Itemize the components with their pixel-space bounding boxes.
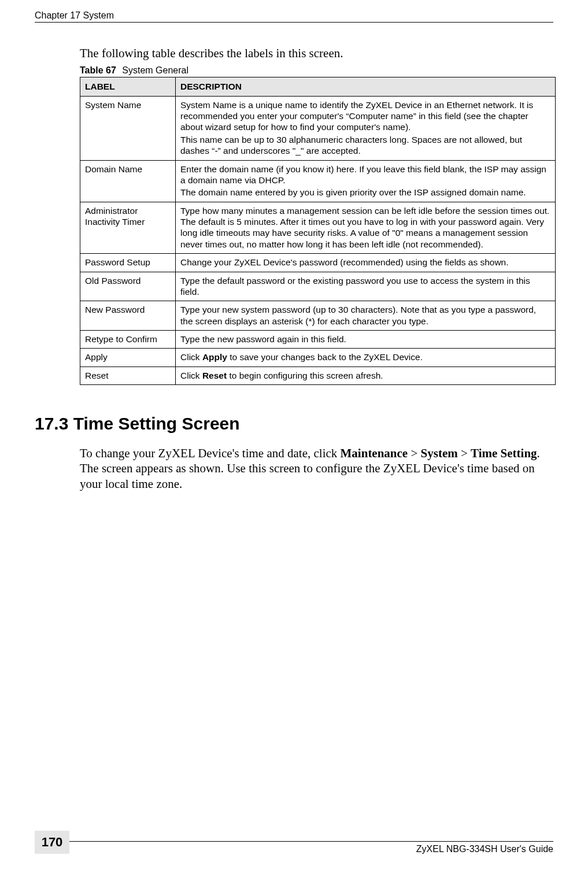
table-caption-title: System General	[122, 65, 188, 75]
chapter-title: Chapter 17 System	[35, 10, 114, 20]
section-heading: 17.3 Time Setting Screen	[35, 414, 553, 434]
table-header-description: DESCRIPTION	[176, 77, 556, 96]
table-cell-label: Old Password	[80, 272, 176, 301]
table-row: Reset Click Reset to begin configuring t…	[80, 367, 556, 384]
table-header-row: LABEL DESCRIPTION	[80, 77, 556, 96]
section-body: To change your ZyXEL Device's time and d…	[80, 446, 553, 491]
table-cell-label: Retype to Confirm	[80, 331, 176, 349]
page-number: 170	[35, 831, 69, 854]
page-header: Chapter 17 System	[35, 10, 553, 23]
table-cell-label: New Password	[80, 301, 176, 331]
table-cell-description: Type how many minutes a management sessi…	[176, 202, 556, 254]
footer-guide-title: ZyXEL NBG-334SH User's Guide	[416, 844, 553, 854]
table-cell-label: Reset	[80, 367, 176, 384]
table-row: Domain Name Enter the domain name (if yo…	[80, 160, 556, 202]
page: Chapter 17 System The following table de…	[0, 0, 588, 881]
table-row: New Password Type your new system passwo…	[80, 301, 556, 331]
table-cell-description: Type your new system password (up to 30 …	[176, 301, 556, 331]
table-cell-description: Enter the domain name (if you know it) h…	[176, 160, 556, 202]
table-caption: Table 67 System General	[80, 65, 553, 76]
intro-paragraph: The following table describes the labels…	[80, 46, 553, 61]
page-footer: 170 ZyXEL NBG-334SH User's Guide	[35, 841, 553, 854]
table-row: Apply Click Apply to save your changes b…	[80, 349, 556, 367]
table-row: Retype to Confirm Type the new password …	[80, 331, 556, 349]
table-cell-description: Click Apply to save your changes back to…	[176, 349, 556, 367]
table-row: Old Password Type the default password o…	[80, 272, 556, 301]
footer-rule	[35, 841, 553, 842]
table-cell-label: System Name	[80, 96, 176, 160]
table-cell-label: Domain Name	[80, 160, 176, 202]
table-cell-description: Change your ZyXEL Device's password (rec…	[176, 254, 556, 272]
system-general-table: LABEL DESCRIPTION System Name System Nam…	[80, 77, 556, 385]
footer-row: 170 ZyXEL NBG-334SH User's Guide	[35, 844, 553, 854]
table-cell-description: Click Reset to begin configuring this sc…	[176, 367, 556, 384]
table-cell-label: Administrator Inactivity Timer	[80, 202, 176, 254]
table-caption-number: Table 67	[80, 65, 116, 75]
table-row: Administrator Inactivity Timer Type how …	[80, 202, 556, 254]
table-cell-description: System Name is a unique name to identify…	[176, 96, 556, 160]
table-header-label: LABEL	[80, 77, 176, 96]
table-cell-label: Password Setup	[80, 254, 176, 272]
table-row: Password Setup Change your ZyXEL Device'…	[80, 254, 556, 272]
table-row: System Name System Name is a unique name…	[80, 96, 556, 160]
table-cell-description: Type the default password or the existin…	[176, 272, 556, 301]
table-cell-description: Type the new password again in this fiel…	[176, 331, 556, 349]
table-cell-label: Apply	[80, 349, 176, 367]
